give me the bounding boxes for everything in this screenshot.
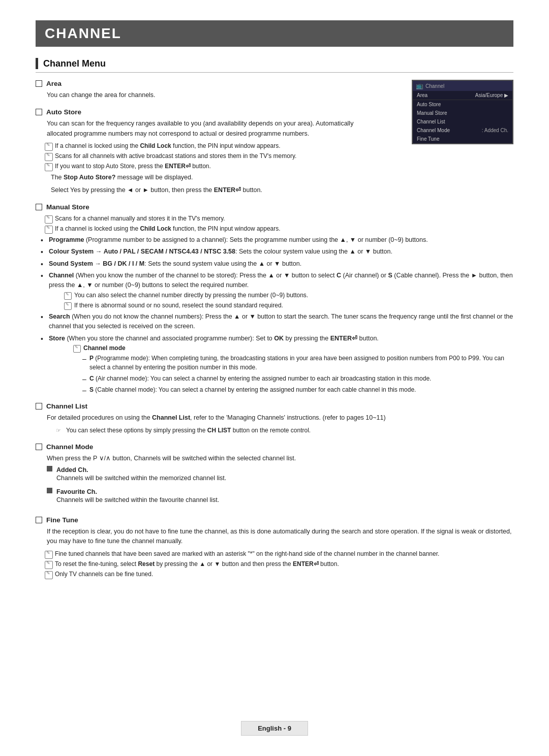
fav-ch-content: Favourite Ch. Channels will be switched … (56, 488, 219, 508)
finetune-note-2: To reset the fine-tuning, select Reset b… (45, 559, 513, 569)
channel-sub-note-1: You can also select the channel number d… (64, 291, 513, 300)
channelmode-subitems: Added Ch. Channels will be switched with… (36, 466, 513, 508)
manualstore-bullet-channel: Channel (When you know the number of the… (41, 271, 513, 310)
page-footer: English - 9 (0, 721, 549, 736)
menu-item-channellist: Channel List (413, 117, 512, 126)
chapter-header: CHANNEL (36, 20, 513, 47)
channellist-tip: You can select these options by simply p… (45, 426, 513, 435)
chapter-title: CHANNEL (45, 25, 504, 42)
footer-badge: English - 9 (241, 721, 308, 736)
menu-area-value: Asia/Europe ▶ (475, 92, 508, 98)
menu-manualstore-label: Manual Store (417, 110, 447, 116)
manualstore-bullet-colour: Colour System → Auto / PAL / SECAM / NTS… (41, 247, 513, 257)
section-title-row: Channel Menu (36, 58, 513, 73)
content-area: 📺 Channel Area Asia/Europe ▶ Auto Store … (36, 80, 513, 579)
fav-ch-icon (47, 488, 52, 493)
channellist-body: For detailed procedures on using the Cha… (36, 413, 513, 423)
menu-header: 📺 Channel (413, 81, 512, 91)
manualstore-bullet-programme: Programme (Programme number to be assign… (41, 235, 513, 245)
channelmode-title: Channel Mode (46, 443, 93, 451)
subsection-channelmode: Channel Mode When press the P ∨/∧ button… (36, 443, 513, 508)
channellist-title: Channel List (46, 402, 87, 410)
autostore-line1: The Stop Auto Store? message will be dis… (51, 173, 513, 182)
manualstore-title: Manual Store (46, 203, 89, 211)
autostore-note-3: If you want to stop Auto Store, press th… (45, 162, 513, 171)
finetune-note-3: Only TV channels can be fine tuned. (45, 570, 513, 579)
channel-sub-note-2: If there is abnormal sound or no sound, … (64, 301, 513, 310)
section-title-bar (36, 58, 38, 69)
manualstore-bullet-store: Store (When you store the channel and as… (41, 334, 513, 395)
fav-ch-row: Favourite Ch. Channels will be switched … (47, 488, 513, 508)
manualstore-notes: Scans for a channel manually and stores … (45, 214, 513, 233)
channelmode-checkbox-icon (36, 444, 42, 450)
fav-ch-body: Channels will be switched within the fav… (56, 495, 219, 505)
finetune-notes: Fine tuned channels that have been saved… (45, 549, 513, 579)
channel-mode-note-item: Channel mode (73, 343, 513, 353)
page-wrapper: CHANNEL Channel Menu 📺 Channel Area Asia… (0, 0, 549, 756)
subsection-finetune: Fine Tune If the reception is clear, you… (36, 516, 513, 579)
channel-mode-sub: Channel mode P (Programme mode): When co… (73, 343, 513, 394)
menu-item-autosore: Auto Store (413, 100, 512, 109)
added-ch-body: Channels will be switched within the mem… (56, 474, 226, 483)
channel-mode-dashes: P (Programme mode): When completing tuni… (82, 354, 513, 394)
finetune-note-1: Fine tuned channels that have been saved… (45, 549, 513, 558)
subsection-channellist: Channel List For detailed procedures on … (36, 402, 513, 434)
menu-channelmode-value: : Added Ch. (482, 128, 508, 133)
channellist-header: Channel List (36, 402, 513, 410)
autostore-note-2: Scans for all channels with active broad… (45, 151, 513, 161)
autostore-indent: The Stop Auto Store? message will be dis… (51, 173, 513, 195)
autostore-body: You can scan for the frequency ranges av… (36, 119, 356, 139)
dash-s: S (Cable channel mode): You can select a… (82, 385, 513, 395)
menu-channellist-label: Channel List (417, 119, 445, 124)
channelmode-body: When press the P ∨/∧ button, Channels wi… (36, 454, 513, 463)
subsection-manualstore: Manual Store Scans for a channel manuall… (36, 203, 513, 394)
added-ch-icon (47, 466, 52, 471)
menu-header-label: Channel (425, 83, 444, 89)
menu-area-label: Area (417, 92, 428, 98)
added-ch-row: Added Ch. Channels will be switched with… (47, 466, 513, 486)
manualstore-bullet-search: Search (When you do not know the channel… (41, 312, 513, 332)
finetune-title: Fine Tune (46, 516, 78, 524)
autostore-notes: If a channel is locked using the Child L… (45, 141, 513, 171)
finetune-body: If the reception is clear, you do not ha… (36, 527, 513, 547)
dash-c: C (Air channel mode): You can select a c… (82, 374, 513, 384)
added-ch-content: Added Ch. Channels will be switched with… (56, 466, 226, 486)
autostore-title: Auto Store (46, 108, 81, 116)
area-checkbox-icon (36, 80, 42, 87)
manualstore-note-1: Scans for a channel manually and stores … (45, 214, 513, 223)
menu-area-row: Area Asia/Europe ▶ (413, 91, 512, 100)
channel-sub-notes: You can also select the channel number d… (64, 291, 513, 310)
added-ch-label: Added Ch. (56, 466, 88, 474)
area-title: Area (46, 80, 62, 87)
fav-ch-label: Favourite Ch. (56, 488, 97, 495)
channellist-checkbox-icon (36, 403, 42, 410)
menu-item-manualstore: Manual Store (413, 109, 512, 117)
dash-p: P (Programme mode): When completing tuni… (82, 354, 513, 372)
autostore-note-1: If a channel is locked using the Child L… (45, 141, 513, 150)
menu-screenshot: 📺 Channel Area Asia/Europe ▶ Auto Store … (412, 80, 513, 144)
channellist-tip-item: You can select these options by simply p… (56, 426, 513, 435)
menu-autosore-label: Auto Store (417, 102, 441, 107)
manualstore-header: Manual Store (36, 203, 513, 211)
autostore-line2: Select Yes by pressing the ◄ or ► button… (51, 185, 513, 195)
footer-label: English - 9 (258, 724, 291, 732)
channel-icon: 📺 (416, 82, 423, 89)
manualstore-note-2: If a channel is locked using the Child L… (45, 224, 513, 233)
menu-channelmode-label: Channel Mode (417, 128, 450, 133)
finetune-checkbox-icon (36, 517, 42, 523)
manualstore-bullets: Programme (Programme number to be assign… (41, 235, 513, 394)
finetune-header: Fine Tune (36, 516, 513, 524)
channel-mode-note: Channel mode (73, 343, 513, 353)
section-title: Channel Menu (43, 58, 106, 69)
autostore-checkbox-icon (36, 109, 42, 115)
channelmode-header: Channel Mode (36, 443, 513, 451)
manualstore-checkbox-icon (36, 204, 42, 210)
manualstore-bullet-sound: Sound System → BG / DK / I / M: Sets the… (41, 259, 513, 269)
menu-item-channelmode: Channel Mode : Added Ch. (413, 126, 512, 135)
